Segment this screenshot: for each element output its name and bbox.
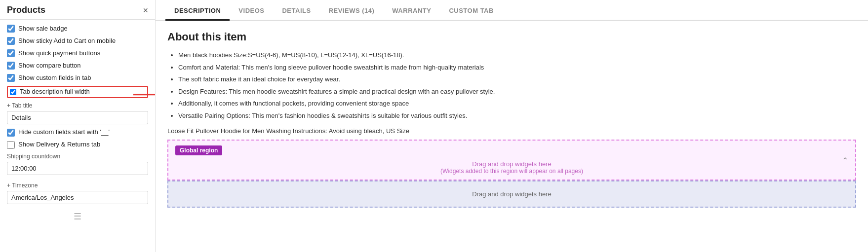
tab-warranty[interactable]: WARRANTY <box>383 0 440 21</box>
list-item: The soft fabric make it an ideal choice … <box>178 74 856 84</box>
tab-description[interactable]: DESCRIPTION <box>165 0 230 21</box>
drag-handle: ☰ <box>7 211 148 222</box>
sidebar-header: Products × <box>0 0 155 20</box>
checkbox-show-quick-payment-input[interactable] <box>7 49 15 57</box>
list-item: Versatile Pairing Options: This men's fa… <box>178 111 856 121</box>
widget-global-region: Global region Drag and drop widgets here… <box>167 140 856 180</box>
checkbox-show-custom-fields-label: Show custom fields in tab <box>18 74 91 82</box>
tab-title-label: + Tab title <box>7 102 148 109</box>
shipping-label: Shipping countdown <box>7 153 148 160</box>
tab-videos[interactable]: VIDEOS <box>230 0 273 21</box>
checkbox-show-custom-fields-input[interactable] <box>7 74 15 82</box>
tab-title-input[interactable] <box>7 111 148 124</box>
list-item: Additionally, it comes with functional p… <box>178 99 856 108</box>
checkbox-show-sticky-add-label: Show sticky Add to Cart on mobile <box>18 37 116 45</box>
main-content: DESCRIPTION VIDEOS DETAILS REVIEWS (14) … <box>156 0 868 252</box>
tab-custom-tab[interactable]: CUSTOM TAB <box>440 0 502 21</box>
sidebar-content: Show sale badge Show sticky Add to Cart … <box>0 20 155 252</box>
bullet-list: Men black hoodies Size:S=US(4-6), M=US(8… <box>167 50 856 120</box>
checkbox-hide-custom-fields: Hide custom fields start with '__' <box>7 128 148 137</box>
collapse-button[interactable]: ⌃ <box>842 155 848 165</box>
product-subtitle: Loose Fit Pullover Hoodie for Men Washin… <box>167 127 856 135</box>
checkbox-show-quick-payment: Show quick payment buttons <box>7 49 148 58</box>
checkbox-hide-custom-fields-input[interactable] <box>7 129 15 137</box>
sidebar-title: Products <box>7 5 45 15</box>
widget-global-drag-text: Drag and drop widgets here <box>175 160 848 168</box>
shipping-input[interactable] <box>7 162 148 175</box>
checkbox-show-delivery-returns-input[interactable] <box>7 141 15 149</box>
checkbox-show-sticky-add-input[interactable] <box>7 37 15 45</box>
global-region-badge: Global region <box>175 145 222 155</box>
highlighted-tab-description-row: Tab description full width <box>7 86 148 98</box>
checkbox-tab-description-full-width-input[interactable] <box>10 89 16 95</box>
checkbox-show-sale-badge: Show sale badge <box>7 25 148 33</box>
about-title: About this item <box>167 31 856 43</box>
list-item: Design Features: This men hoodie sweatsh… <box>178 87 856 97</box>
tabs-bar: DESCRIPTION VIDEOS DETAILS REVIEWS (14) … <box>156 0 868 21</box>
widget-global-sub-text: (Widgets added to this region will appea… <box>175 168 848 175</box>
checkbox-show-compare-button-input[interactable] <box>7 62 15 70</box>
timezone-label: + Timezone <box>7 182 148 189</box>
checkbox-show-compare-button-label: Show compare button <box>18 62 80 70</box>
checkbox-show-delivery-returns: Show Delivery & Returns tab <box>7 141 148 149</box>
checkbox-show-compare-button: Show compare button <box>7 62 148 70</box>
list-item: Men black hoodies Size:S=US(4-6), M=US(8… <box>178 50 856 60</box>
widget-blue-drag-text: Drag and drop widgets here <box>472 190 551 198</box>
checkbox-show-sale-badge-input[interactable] <box>7 25 15 33</box>
checkbox-show-sticky-add: Show sticky Add to Cart on mobile <box>7 37 148 45</box>
tab-details[interactable]: DETAILS <box>273 0 319 21</box>
checkbox-show-sale-badge-label: Show sale badge <box>18 25 68 33</box>
sidebar: Products × Show sale badge Show sticky A… <box>0 0 156 252</box>
list-item: Comfort and Material: This men's long sl… <box>178 63 856 72</box>
close-button[interactable]: × <box>143 6 148 15</box>
checkbox-show-quick-payment-label: Show quick payment buttons <box>18 49 100 58</box>
tab-reviews[interactable]: REVIEWS (14) <box>320 0 384 21</box>
checkbox-show-delivery-returns-label: Show Delivery & Returns tab <box>18 141 100 149</box>
main-body: About this item Men black hoodies Size:S… <box>156 21 868 252</box>
checkbox-show-custom-fields: Show custom fields in tab <box>7 74 148 82</box>
timezone-input[interactable] <box>7 191 148 204</box>
widget-blue-region: Drag and drop widgets here <box>167 180 856 208</box>
checkbox-tab-description-full-width-label: Tab description full width <box>20 88 90 96</box>
checkbox-hide-custom-fields-label: Hide custom fields start with '__' <box>18 128 110 137</box>
